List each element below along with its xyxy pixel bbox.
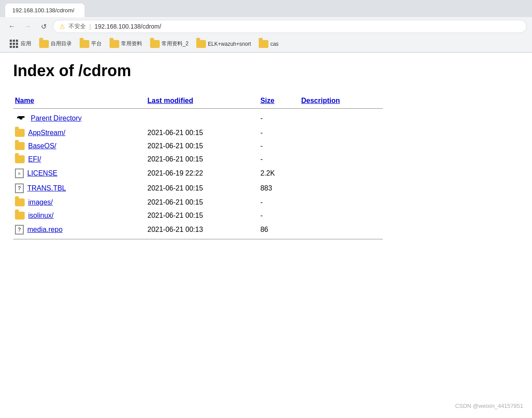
parent-icon: 🖛 [15,113,27,124]
bookmark-apps[interactable]: 应用 [5,37,35,50]
col-name-link[interactable]: Name [15,97,34,104]
file-link[interactable]: isolinux/ [28,212,54,220]
col-size-link[interactable]: Size [260,97,275,104]
active-tab[interactable]: 192.168.100.138/cdrom/ [5,4,84,17]
bookmarks-bar: 应用 自用目录 平台 常用资料 常用资料_2 ELK+wazuh+snort c… [0,36,532,52]
file-link[interactable]: Parent Directory [31,114,82,122]
description-cell [300,153,383,166]
name-cell: LICENSE [13,166,146,181]
size-cell: 883 [259,181,300,196]
size-cell: - [259,109,300,127]
description-cell [300,196,383,209]
size-cell: 2.2K [259,166,300,181]
name-cell: 🖛 Parent Directory [13,109,146,127]
name-cell: AppStream/ [13,126,146,139]
description-cell [300,166,383,181]
modified-cell: 2021-06-19 22:22 [146,166,259,181]
modified-cell: 2021-06-21 00:15 [146,181,259,196]
file-link[interactable]: TRANS.TBL [27,184,66,192]
size-cell: - [259,153,300,166]
folder-icon-4 [150,40,160,48]
file-link[interactable]: EFI/ [28,155,41,163]
col-description[interactable]: Description [300,93,383,109]
folder-icon [15,198,25,206]
warning-icon: ⚠ [59,23,65,30]
bookmark-apps-label: 应用 [21,40,31,48]
nav-bar: ← → ↺ ⚠ 不安全 | 192.168.100.138/cdrom/ [0,17,532,36]
description-cell [300,181,383,196]
file-link[interactable]: BaseOS/ [28,142,56,150]
modified-cell: 2021-06-21 00:15 [146,209,259,222]
name-cell: ? media.repo [13,222,146,239]
modified-cell: 2021-06-21 00:15 [146,126,259,139]
name-cell: EFI/ [13,153,146,166]
directory-listing: 🖛 Parent Directory - AppStream/ 2021-06-… [13,109,383,239]
table-row: 🖛 Parent Directory - [13,109,383,127]
folder-icon-2 [80,40,89,48]
file-link[interactable]: AppStream/ [28,129,65,137]
size-cell: - [259,126,300,139]
bookmark-platform[interactable]: 平台 [76,39,105,49]
name-cell: BaseOS/ [13,139,146,153]
folder-icon [15,212,25,220]
modified-cell: 2021-06-21 00:13 [146,222,259,239]
description-cell [300,139,383,153]
page-content: Index of /cdrom Name Last modified Size … [0,53,396,248]
col-description-link[interactable]: Description [301,97,340,104]
bookmark-elk-label: ELK+wazuh+snort [208,41,251,47]
description-cell [300,109,383,127]
folder-icon [15,129,25,137]
folder-icon [15,142,25,150]
table-row: isolinux/ 2021-06-21 00:15- [13,209,383,222]
name-cell: images/ [13,196,146,209]
col-name[interactable]: Name [13,93,146,109]
address-separator: | [89,23,91,30]
unknown-file-icon: ? [15,183,24,193]
file-link[interactable]: media.repo [27,226,62,234]
modified-cell: 2021-06-21 00:15 [146,139,259,153]
file-link[interactable]: LICENSE [27,169,57,177]
folder-icon-1 [39,40,49,48]
modified-cell: 2021-06-21 00:15 [146,153,259,166]
bookmark-cas[interactable]: cas [255,39,282,49]
table-row: ? TRANS.TBL 2021-06-21 00:15883 [13,181,383,196]
tab-bar: 192.168.100.138/cdrom/ [0,0,532,17]
reload-button[interactable]: ↺ [37,20,50,33]
table-row: LICENSE 2021-06-19 22:222.2K [13,166,383,181]
col-modified[interactable]: Last modified [146,93,259,109]
file-link[interactable]: images/ [28,198,53,206]
back-button[interactable]: ← [5,20,18,33]
folder-icon [15,155,25,163]
bookmark-elk[interactable]: ELK+wazuh+snort [193,39,254,49]
bookmark-common-res[interactable]: 常用资料 [106,39,146,49]
col-modified-link[interactable]: Last modified [147,97,193,104]
bookmark-custom-dir[interactable]: 自用目录 [36,39,75,49]
bookmark-common-res-2-label: 常用资料_2 [161,40,188,48]
table-row: images/ 2021-06-21 00:15- [13,196,383,209]
col-size[interactable]: Size [259,93,300,109]
table-row: BaseOS/ 2021-06-21 00:15- [13,139,383,153]
directory-table: Name Last modified Size Description 🖛 Pa… [13,93,383,239]
folder-icon-5 [196,40,206,48]
table-row: ? media.repo 2021-06-21 00:1386 [13,222,383,239]
name-cell: isolinux/ [13,209,146,222]
size-cell: 86 [259,222,300,239]
bookmark-common-res-label: 常用资料 [121,40,142,48]
modified-cell: 2021-06-21 00:15 [146,196,259,209]
address-bar[interactable]: ⚠ 不安全 | 192.168.100.138/cdrom/ [53,20,527,33]
table-row: EFI/ 2021-06-21 00:15- [13,153,383,166]
name-cell: ? TRANS.TBL [13,181,146,196]
description-cell [300,209,383,222]
table-header: Name Last modified Size Description [13,93,383,109]
security-label: 不安全 [69,22,86,30]
description-cell [300,126,383,139]
bookmark-common-res-2[interactable]: 常用资料_2 [147,39,192,49]
size-cell: - [259,139,300,153]
forward-button[interactable]: → [21,20,34,33]
size-cell: - [259,196,300,209]
size-cell: - [259,209,300,222]
bookmark-platform-label: 平台 [91,40,102,48]
text-file-icon [15,169,24,178]
modified-cell [146,109,259,127]
unknown-file-icon: ? [15,225,24,235]
